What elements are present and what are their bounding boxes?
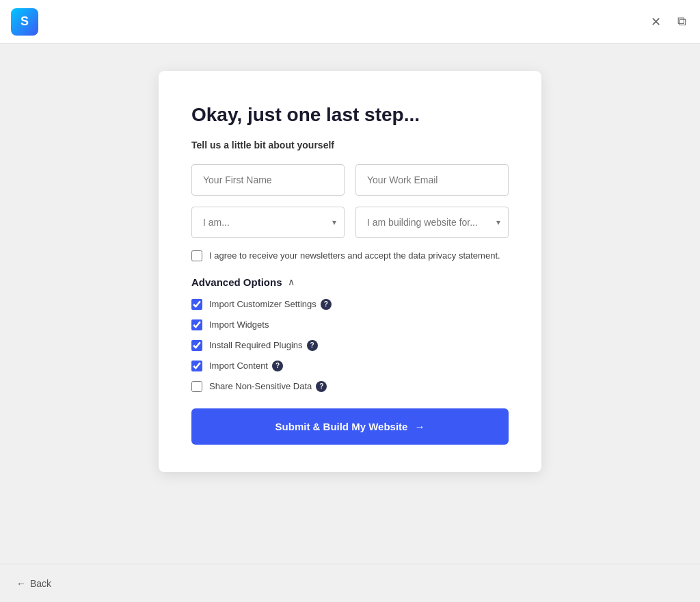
share-data-label[interactable]: Share Non-Sensitive Data ?	[209, 381, 327, 392]
card: Okay, just one last step... Tell us a li…	[159, 71, 541, 472]
card-title: Okay, just one last step...	[191, 104, 509, 126]
import-customizer-checkbox[interactable]	[191, 299, 202, 310]
chevron-up-icon[interactable]: ∧	[288, 276, 295, 287]
import-content-help-icon[interactable]: ?	[272, 361, 283, 371]
iam-select-wrapper: I am... ▾	[191, 207, 345, 238]
advanced-item-import-content: Import Content ?	[191, 361, 509, 371]
submit-button[interactable]: Submit & Build My Website →	[191, 408, 509, 445]
advanced-options-title: Advanced Options	[191, 276, 282, 288]
building-select[interactable]: I am building website for...	[355, 207, 509, 238]
first-name-input[interactable]	[191, 164, 345, 196]
bottom-bar: ← Back	[0, 564, 700, 602]
back-button[interactable]: ← Back	[16, 578, 51, 589]
share-data-checkbox[interactable]	[191, 381, 202, 392]
submit-label: Submit & Build My Website	[275, 421, 408, 432]
advanced-item-import-widgets: Import Widgets	[191, 319, 509, 330]
advanced-item-share-data: Share Non-Sensitive Data ?	[191, 381, 509, 392]
newsletter-label[interactable]: I agree to receive your newsletters and …	[209, 249, 500, 263]
import-content-label[interactable]: Import Content ?	[209, 361, 283, 371]
building-select-wrapper: I am building website for... ▾	[355, 207, 509, 238]
install-plugins-checkbox[interactable]	[191, 340, 202, 351]
name-email-row	[191, 164, 509, 196]
top-bar-right: ✕ ⧉	[648, 12, 689, 32]
back-arrow-icon: ←	[16, 578, 26, 589]
newsletter-checkbox[interactable]	[191, 250, 202, 261]
import-widgets-checkbox[interactable]	[191, 319, 202, 330]
newsletter-row: I agree to receive your newsletters and …	[191, 249, 509, 263]
top-bar: S ✕ ⧉	[0, 0, 700, 44]
install-plugins-label[interactable]: Install Required Plugins ?	[209, 340, 318, 351]
dropdowns-row: I am... ▾ I am building website for... ▾	[191, 207, 509, 238]
top-bar-left: S	[11, 8, 38, 36]
iam-select[interactable]: I am...	[191, 207, 345, 238]
back-label: Back	[30, 578, 51, 589]
advanced-item-import-customizer: Import Customizer Settings ?	[191, 299, 509, 310]
main-content: Okay, just one last step... Tell us a li…	[0, 44, 700, 564]
import-content-checkbox[interactable]	[191, 361, 202, 371]
install-plugins-help-icon[interactable]: ?	[307, 340, 318, 351]
work-email-field	[355, 164, 509, 196]
first-name-field	[191, 164, 345, 196]
external-link-button[interactable]: ⧉	[675, 12, 689, 31]
advanced-item-install-plugins: Install Required Plugins ?	[191, 340, 509, 351]
close-icon: ✕	[651, 14, 661, 29]
import-widgets-label[interactable]: Import Widgets	[209, 319, 269, 330]
submit-arrow-icon: →	[414, 421, 425, 432]
share-data-help-icon[interactable]: ?	[316, 381, 327, 392]
external-link-icon: ⧉	[677, 14, 686, 29]
work-email-input[interactable]	[355, 164, 509, 196]
advanced-options-header: Advanced Options ∧	[191, 276, 509, 288]
advanced-items-list: Import Customizer Settings ? Import Widg…	[191, 299, 509, 392]
logo-icon: S	[11, 8, 38, 36]
close-button[interactable]: ✕	[648, 12, 664, 32]
import-customizer-help-icon[interactable]: ?	[321, 299, 332, 310]
card-subtitle: Tell us a little bit about yourself	[191, 140, 509, 150]
import-customizer-label[interactable]: Import Customizer Settings ?	[209, 299, 332, 310]
